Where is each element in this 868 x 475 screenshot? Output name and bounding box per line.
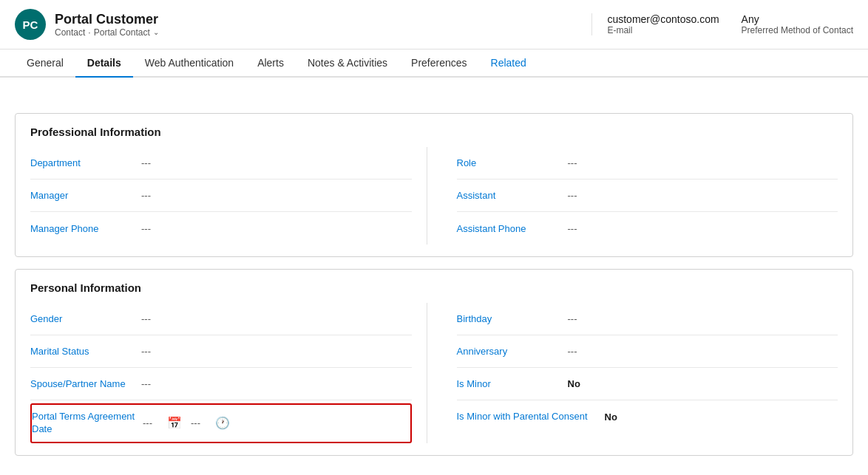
- role-label: Role: [457, 157, 568, 168]
- professional-information-section: Professional Information Department --- …: [15, 113, 853, 257]
- spouse-partner-value[interactable]: ---: [141, 378, 151, 389]
- tab-preferences[interactable]: Preferences: [399, 49, 478, 78]
- marital-status-label: Marital Status: [30, 346, 141, 357]
- portal-terms-value1[interactable]: ---: [143, 417, 152, 428]
- personal-information-section: Personal Information Gender --- Marital …: [15, 269, 853, 456]
- professional-section-title: Professional Information: [30, 126, 838, 138]
- is-minor-label: Is Minor: [457, 378, 568, 389]
- portal-terms-row: Portal Terms Agreement Date --- 📅 --- 🕐: [30, 403, 412, 443]
- role-value[interactable]: ---: [568, 157, 577, 168]
- list-item: Spouse/Partner Name ---: [30, 368, 412, 400]
- is-minor-value[interactable]: No: [568, 378, 580, 389]
- personal-right-col: Birthday --- Anniversary --- Is Minor No…: [442, 303, 838, 443]
- is-minor-parental-value[interactable]: No: [605, 411, 617, 423]
- professional-columns: Department --- Manager --- Manager Phone…: [30, 147, 838, 245]
- list-item: Gender ---: [30, 303, 412, 335]
- nav-tabs: General Details Web Authentication Alert…: [0, 49, 868, 78]
- main-content: Professional Information Department --- …: [0, 101, 868, 475]
- professional-right-col: Role --- Assistant --- Assistant Phone -…: [442, 147, 838, 245]
- manager-value[interactable]: ---: [141, 190, 151, 201]
- anniversary-value[interactable]: ---: [568, 346, 577, 357]
- assistant-label: Assistant: [457, 190, 568, 201]
- contact-name: Portal Customer: [55, 12, 591, 27]
- list-item: Marital Status ---: [30, 335, 412, 368]
- manager-phone-label: Manager Phone: [30, 223, 141, 234]
- assistant-phone-value[interactable]: ---: [568, 223, 577, 234]
- marital-status-value[interactable]: ---: [141, 346, 151, 357]
- gender-value[interactable]: ---: [141, 313, 151, 324]
- portal-terms-label: Portal Terms Agreement Date: [32, 411, 143, 436]
- list-item: Manager Phone ---: [30, 212, 412, 245]
- anniversary-label: Anniversary: [457, 346, 568, 357]
- assistant-phone-label: Assistant Phone: [457, 223, 568, 234]
- department-value[interactable]: ---: [141, 157, 151, 168]
- assistant-value[interactable]: ---: [568, 190, 577, 201]
- list-item: Assistant Phone ---: [457, 212, 838, 245]
- column-divider: [427, 303, 427, 443]
- page-header: PC Portal Customer Contact · Portal Cont…: [0, 0, 868, 49]
- personal-columns: Gender --- Marital Status --- Spouse/Par…: [30, 303, 838, 443]
- manager-label: Manager: [30, 190, 141, 201]
- header-fields: customer@contoso.com E-mail Any Preferre…: [591, 13, 853, 35]
- list-item: Role ---: [457, 147, 838, 180]
- contact-subtitle: Contact · Portal Contact ⌄: [55, 27, 591, 38]
- list-item: Anniversary ---: [457, 335, 838, 368]
- main-content: [0, 78, 868, 101]
- tab-notes-activities[interactable]: Notes & Activities: [296, 49, 399, 78]
- email-field: customer@contoso.com E-mail: [607, 13, 719, 35]
- spouse-partner-label: Spouse/Partner Name: [30, 378, 141, 389]
- preferred-method-field: Any Preferred Method of Contact: [742, 13, 853, 35]
- department-label: Department: [30, 157, 141, 168]
- avatar: PC: [15, 9, 46, 40]
- calendar-icon[interactable]: 📅: [164, 414, 185, 431]
- birthday-value[interactable]: ---: [568, 313, 577, 324]
- clock-icon[interactable]: 🕐: [212, 414, 233, 431]
- gender-label: Gender: [30, 313, 141, 324]
- personal-left-col: Gender --- Marital Status --- Spouse/Par…: [30, 303, 412, 443]
- list-item: Assistant ---: [457, 180, 838, 212]
- professional-left-col: Department --- Manager --- Manager Phone…: [30, 147, 412, 245]
- tab-details[interactable]: Details: [75, 49, 133, 78]
- tab-web-authentication[interactable]: Web Authentication: [133, 49, 245, 78]
- birthday-label: Birthday: [457, 313, 568, 324]
- list-item: Manager ---: [30, 180, 412, 212]
- list-item: Is Minor No: [457, 368, 838, 400]
- portal-terms-value2[interactable]: ---: [191, 417, 200, 428]
- tab-alerts[interactable]: Alerts: [245, 49, 296, 78]
- list-item: Birthday ---: [457, 303, 838, 335]
- list-item: Is Minor with Parental Consent No: [457, 400, 838, 433]
- tab-related[interactable]: Related: [479, 49, 538, 78]
- chevron-down-icon[interactable]: ⌄: [153, 28, 159, 36]
- column-divider: [427, 147, 427, 245]
- personal-section-title: Personal Information: [30, 281, 838, 294]
- header-info: Portal Customer Contact · Portal Contact…: [55, 12, 591, 38]
- list-item: Department ---: [30, 147, 412, 180]
- manager-phone-value[interactable]: ---: [141, 223, 151, 234]
- is-minor-parental-label: Is Minor with Parental Consent: [457, 411, 605, 423]
- tab-general[interactable]: General: [15, 49, 75, 78]
